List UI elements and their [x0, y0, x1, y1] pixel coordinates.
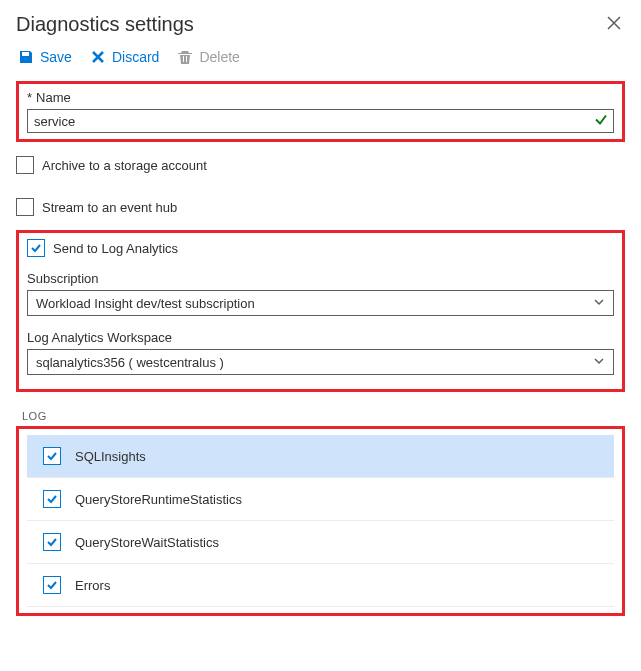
chevron-down-icon: [593, 296, 605, 311]
stream-checkbox[interactable]: [16, 198, 34, 216]
name-input[interactable]: [27, 109, 614, 133]
send-la-label: Send to Log Analytics: [53, 241, 178, 256]
send-la-highlight: Send to Log Analytics Subscription Workl…: [16, 230, 625, 392]
log-checkbox[interactable]: [43, 533, 61, 551]
valid-check-icon: [594, 113, 608, 130]
command-bar: Save Discard Delete: [16, 49, 625, 65]
delete-icon: [177, 49, 193, 65]
stream-row: Stream to an event hub: [16, 198, 625, 216]
panel-title: Diagnostics settings: [16, 13, 194, 36]
send-la-checkbox[interactable]: [27, 239, 45, 257]
discard-button[interactable]: Discard: [90, 49, 159, 65]
log-checkbox[interactable]: [43, 490, 61, 508]
workspace-select[interactable]: sqlanalytics356 ( westcentralus ): [27, 349, 614, 375]
save-button[interactable]: Save: [18, 49, 72, 65]
log-item-label: Errors: [75, 578, 110, 593]
log-section-heading: LOG: [22, 410, 625, 422]
log-item-label: QueryStoreRuntimeStatistics: [75, 492, 242, 507]
workspace-label: Log Analytics Workspace: [27, 330, 614, 345]
delete-button: Delete: [177, 49, 239, 65]
name-highlight: * Name: [16, 81, 625, 142]
subscription-label: Subscription: [27, 271, 614, 286]
send-la-row: Send to Log Analytics: [27, 239, 614, 257]
close-icon: [607, 16, 621, 30]
required-star: *: [27, 90, 32, 105]
discard-icon: [90, 49, 106, 65]
log-item-label: SQLInsights: [75, 449, 146, 464]
log-item-label: QueryStoreWaitStatistics: [75, 535, 219, 550]
log-row[interactable]: QueryStoreWaitStatistics: [27, 521, 614, 564]
name-label-row: * Name: [27, 90, 614, 105]
log-checkbox[interactable]: [43, 576, 61, 594]
delete-label: Delete: [199, 49, 239, 65]
close-button[interactable]: [603, 10, 625, 39]
archive-checkbox[interactable]: [16, 156, 34, 174]
log-row[interactable]: SQLInsights: [27, 435, 614, 478]
subscription-select[interactable]: Workload Insight dev/test subscription: [27, 290, 614, 316]
log-row[interactable]: QueryStoreRuntimeStatistics: [27, 478, 614, 521]
archive-label: Archive to a storage account: [42, 158, 207, 173]
name-label: Name: [36, 90, 71, 105]
workspace-value: sqlanalytics356 ( westcentralus ): [36, 355, 224, 370]
log-row[interactable]: Errors: [27, 564, 614, 607]
chevron-down-icon: [593, 355, 605, 370]
discard-label: Discard: [112, 49, 159, 65]
archive-row: Archive to a storage account: [16, 156, 625, 174]
log-highlight: SQLInsightsQueryStoreRuntimeStatisticsQu…: [16, 426, 625, 616]
panel-header: Diagnostics settings: [16, 10, 625, 39]
name-input-wrap: [27, 109, 614, 133]
stream-label: Stream to an event hub: [42, 200, 177, 215]
save-icon: [18, 49, 34, 65]
log-checkbox[interactable]: [43, 447, 61, 465]
subscription-value: Workload Insight dev/test subscription: [36, 296, 255, 311]
save-label: Save: [40, 49, 72, 65]
